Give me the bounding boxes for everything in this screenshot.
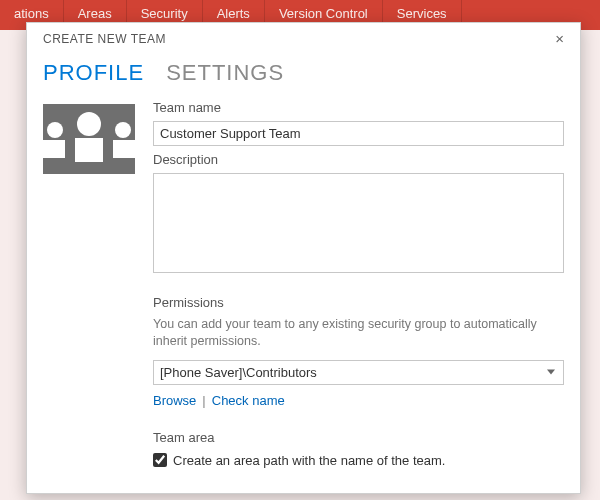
permissions-link-row: Browse | Check name [153, 393, 564, 408]
svg-rect-2 [75, 138, 103, 162]
permissions-dropdown[interactable]: [Phone Saver]\Contributors [153, 360, 564, 385]
team-area-checkbox-label: Create an area path with the name of the… [173, 453, 445, 468]
team-area-checkbox[interactable] [153, 453, 167, 467]
description-label: Description [153, 152, 564, 167]
tab-settings[interactable]: SETTINGS [166, 60, 284, 86]
team-area-checkbox-row[interactable]: Create an area path with the name of the… [153, 453, 564, 468]
dialog-title: CREATE NEW TEAM [43, 32, 166, 46]
team-area-label: Team area [153, 430, 564, 445]
permissions-label: Permissions [153, 295, 564, 310]
dialog-tabs: PROFILE SETTINGS [27, 50, 580, 100]
team-name-label: Team name [153, 100, 564, 115]
form-column: Team name Description Permissions You ca… [153, 100, 564, 477]
svg-point-5 [115, 122, 131, 138]
svg-point-3 [47, 122, 63, 138]
svg-rect-6 [113, 140, 135, 158]
dialog-header: CREATE NEW TEAM × [27, 23, 580, 50]
browse-link[interactable]: Browse [153, 393, 196, 408]
description-textarea[interactable] [153, 173, 564, 273]
check-name-link[interactable]: Check name [212, 393, 285, 408]
link-separator: | [202, 393, 205, 408]
close-icon[interactable]: × [551, 31, 568, 46]
svg-point-1 [77, 112, 101, 136]
permissions-value: [Phone Saver]\Contributors [160, 365, 317, 380]
permissions-help-text: You can add your team to any existing se… [153, 316, 564, 350]
team-name-input[interactable] [153, 121, 564, 146]
dialog-content: Team name Description Permissions You ca… [27, 100, 580, 493]
team-avatar-icon [43, 104, 135, 174]
svg-rect-4 [43, 140, 65, 158]
tab-profile[interactable]: PROFILE [43, 60, 144, 86]
create-team-dialog: CREATE NEW TEAM × PROFILE SETTINGS Team … [26, 22, 581, 494]
